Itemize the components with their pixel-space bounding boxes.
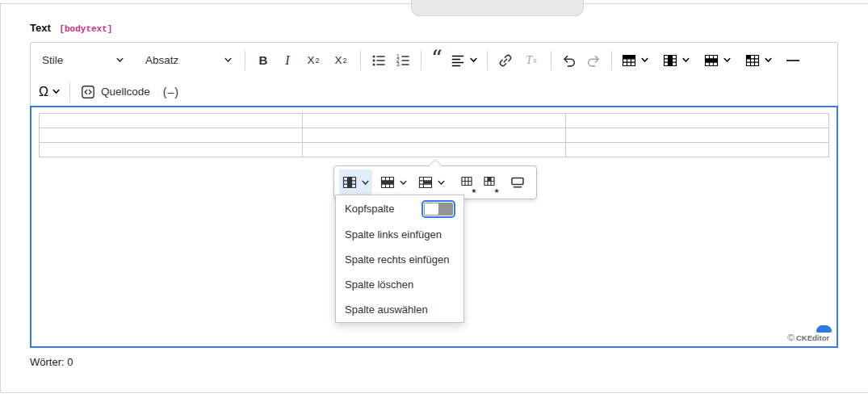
paragraph-dropdown[interactable]: Absatz bbox=[139, 48, 239, 73]
chevron-down-icon bbox=[115, 56, 124, 65]
blockquote-icon: “ bbox=[431, 55, 442, 66]
subscript-index: 2 bbox=[316, 57, 320, 65]
undo-button[interactable] bbox=[557, 48, 581, 73]
chevron-down-icon bbox=[469, 56, 478, 65]
cell-properties-button[interactable]: ★ bbox=[480, 170, 499, 195]
toolbar-row-2: Ω Quellcode (–) bbox=[36, 76, 832, 107]
subscript-button[interactable]: X2 bbox=[300, 48, 327, 73]
table-cell[interactable] bbox=[40, 114, 303, 128]
table-row-icon bbox=[703, 52, 719, 69]
paragraph-dropdown-label: Absatz bbox=[145, 54, 178, 66]
table-properties-button[interactable]: ★ bbox=[458, 170, 476, 195]
toolbar-separator bbox=[360, 51, 361, 70]
table-row-button[interactable] bbox=[377, 170, 410, 195]
link-button[interactable] bbox=[493, 48, 518, 73]
horizontal-line-button[interactable] bbox=[782, 48, 803, 73]
table-cell[interactable] bbox=[566, 114, 829, 128]
menu-item-label: Spalte rechts einfügen bbox=[345, 253, 449, 266]
toolbar-separator bbox=[611, 51, 612, 70]
ckeditor-logo-blob bbox=[816, 325, 832, 333]
numbered-list-button[interactable] bbox=[391, 48, 415, 73]
insert-table-button[interactable] bbox=[618, 48, 652, 73]
toolbar-separator bbox=[245, 51, 245, 70]
italic-button[interactable]: I bbox=[275, 48, 300, 73]
chevron-down-icon bbox=[52, 87, 61, 96]
table-column-icon bbox=[342, 174, 358, 190]
chevron-down-icon bbox=[640, 56, 649, 65]
toolbar-separator bbox=[69, 82, 70, 102]
collapsed-panel-tab[interactable] bbox=[411, 0, 584, 16]
redo-button[interactable] bbox=[581, 48, 606, 73]
menu-item-label: Spalte löschen bbox=[345, 278, 413, 291]
table-row-button[interactable] bbox=[700, 48, 735, 73]
table-row bbox=[40, 114, 829, 128]
column-dropdown-menu: Kopfspalte Spalte links einfügen Spalte … bbox=[335, 195, 464, 323]
source-code-icon bbox=[80, 84, 96, 100]
align-left-icon bbox=[450, 52, 466, 69]
merge-cells-button[interactable] bbox=[415, 170, 448, 195]
styles-dropdown-label: Stile bbox=[42, 54, 63, 66]
table-column-button[interactable] bbox=[339, 170, 372, 195]
menu-item-insert-column-left[interactable]: Spalte links einfügen bbox=[336, 222, 463, 247]
ckeditor-badge[interactable]: Ⓒ CKEditor bbox=[787, 325, 834, 343]
content-table bbox=[39, 113, 829, 157]
toggle-knob bbox=[425, 203, 438, 215]
special-characters-button[interactable]: Ω bbox=[36, 79, 64, 105]
table-cell[interactable] bbox=[303, 114, 566, 128]
table-cell[interactable] bbox=[303, 143, 566, 157]
chevron-down-icon bbox=[437, 178, 446, 187]
alignment-button[interactable] bbox=[447, 48, 481, 73]
numbered-list-icon bbox=[395, 52, 411, 69]
superscript-index: 2 bbox=[343, 57, 347, 65]
panel-left-border bbox=[0, 3, 1, 393]
chevron-down-icon bbox=[361, 178, 370, 187]
table-cell-icon bbox=[744, 52, 761, 69]
bulleted-list-icon bbox=[371, 52, 387, 69]
field-label-text: Text bbox=[30, 22, 51, 34]
header-column-toggle[interactable] bbox=[424, 203, 453, 216]
table-row bbox=[40, 143, 829, 157]
menu-item-insert-column-right[interactable]: Spalte rechts einfügen bbox=[336, 247, 463, 272]
chevron-down-icon bbox=[723, 56, 732, 65]
table-column-button[interactable] bbox=[659, 48, 694, 73]
bold-button[interactable]: B bbox=[251, 48, 275, 73]
soft-hyphen-button[interactable]: (–) bbox=[159, 79, 183, 105]
table-cell[interactable] bbox=[40, 128, 303, 143]
toolbar-separator bbox=[421, 51, 421, 70]
toggle-caption-button[interactable] bbox=[509, 170, 527, 195]
word-count: Wörter: 0 bbox=[30, 356, 73, 368]
menu-item-delete-column[interactable]: Spalte löschen bbox=[336, 272, 463, 297]
insert-table-icon bbox=[621, 52, 637, 69]
table-cell[interactable] bbox=[566, 128, 829, 143]
blockquote-button[interactable]: “ bbox=[427, 48, 447, 73]
menu-item-select-column[interactable]: Spalte auswählen bbox=[336, 297, 463, 322]
chevron-down-icon bbox=[681, 56, 690, 65]
remove-format-button[interactable]: Tx bbox=[518, 48, 545, 73]
table-cell[interactable] bbox=[303, 128, 566, 143]
undo-icon bbox=[561, 52, 577, 69]
horizontal-line-icon bbox=[786, 60, 799, 61]
panel-bottom-border bbox=[0, 392, 868, 393]
source-code-button[interactable]: Quellcode bbox=[76, 79, 154, 105]
star-icon: ★ bbox=[471, 188, 476, 195]
star-icon: ★ bbox=[493, 188, 499, 195]
superscript-button[interactable]: X2 bbox=[327, 48, 354, 73]
toolbar-row-1: Stile Absatz B I X2 X2 “ Tx bbox=[36, 44, 832, 76]
table-cell[interactable] bbox=[40, 143, 303, 157]
chevron-down-icon bbox=[399, 178, 408, 187]
bulleted-list-button[interactable] bbox=[367, 48, 391, 73]
toggle-caption-icon bbox=[509, 174, 526, 190]
link-icon bbox=[497, 52, 514, 69]
table-row-icon bbox=[379, 174, 396, 190]
remove-format-sub: x bbox=[533, 57, 537, 65]
menu-item-header-column[interactable]: Kopfspalte bbox=[336, 195, 463, 222]
table-cell-button[interactable] bbox=[741, 48, 776, 73]
toolbar-separator bbox=[487, 51, 488, 70]
remove-format-glyph: T bbox=[526, 53, 532, 67]
table-cell[interactable] bbox=[566, 143, 829, 157]
styles-dropdown[interactable]: Stile bbox=[36, 48, 131, 73]
toolbar-separator bbox=[551, 51, 551, 70]
redo-icon bbox=[585, 52, 602, 69]
merge-cells-icon bbox=[417, 174, 434, 190]
rte-form-page: { "field": { "label": "Text", "tag": "[b… bbox=[0, 0, 868, 406]
